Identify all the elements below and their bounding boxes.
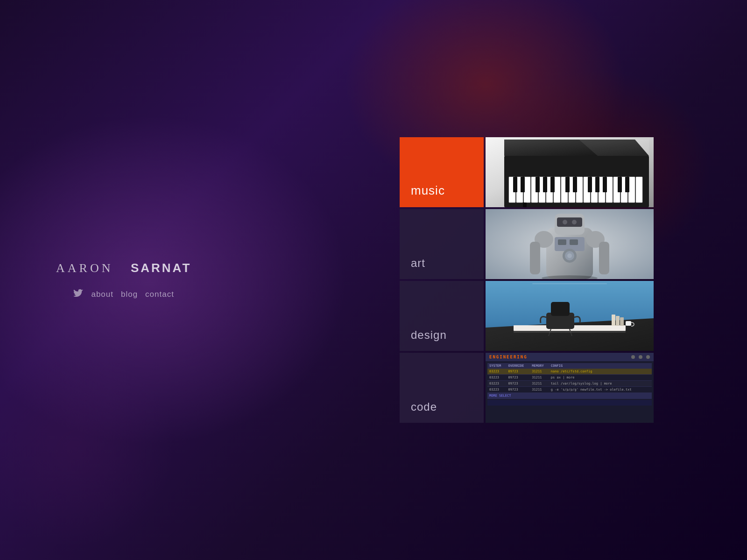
cell: 09723 bbox=[507, 369, 530, 375]
svg-rect-60 bbox=[616, 316, 620, 326]
svg-rect-33 bbox=[523, 203, 527, 207]
cell: 09723 bbox=[507, 375, 530, 381]
svg-point-50 bbox=[567, 253, 572, 258]
svg-rect-27 bbox=[573, 177, 577, 192]
music-label-cell[interactable]: music bbox=[400, 137, 484, 207]
svg-rect-32 bbox=[625, 177, 629, 192]
cell: 03223 bbox=[487, 369, 507, 375]
cell: 03223 bbox=[487, 375, 507, 381]
svg-rect-61 bbox=[620, 317, 624, 326]
svg-point-41 bbox=[563, 220, 567, 224]
robot-image bbox=[486, 209, 654, 279]
cell: nano /etc/fstd.config bbox=[549, 369, 652, 375]
music-label: music bbox=[411, 183, 445, 198]
svg-rect-5 bbox=[524, 177, 530, 203]
cell: 31211 bbox=[530, 381, 549, 387]
twitter-icon[interactable] bbox=[73, 289, 84, 300]
art-label: art bbox=[411, 257, 425, 270]
cell: tail /var/log/syslog.log | more bbox=[549, 381, 652, 387]
page-content: AARON SARNAT about blog contact music bbox=[0, 0, 747, 560]
terminal-header: ENGINEERING bbox=[486, 353, 654, 361]
terminal-dot-1 bbox=[631, 355, 635, 359]
code-label: code bbox=[411, 400, 437, 413]
table-row: 03223 09723 31211 ps ax | more bbox=[487, 375, 652, 381]
col-header-memory: MEMORY bbox=[530, 363, 549, 369]
svg-rect-40 bbox=[557, 217, 582, 227]
terminal-table-header: SYSTEM OVERRIDE MEMORY CONFIG bbox=[487, 363, 652, 369]
site-title: AARON SARNAT bbox=[56, 261, 191, 275]
svg-rect-9 bbox=[554, 177, 560, 203]
svg-rect-62 bbox=[626, 321, 631, 326]
cell: ps ax | more bbox=[549, 375, 652, 381]
terminal-footer bbox=[487, 400, 652, 406]
svg-rect-63 bbox=[514, 331, 626, 333]
table-row: 03223 09723 31211 nano /etc/fstd.config bbox=[487, 369, 652, 375]
table-row: 03223 09723 31211 g -e 's/p/p/g' newfile… bbox=[487, 387, 652, 393]
sidebar: AARON SARNAT about blog contact bbox=[56, 261, 191, 300]
terminal-dot-2 bbox=[639, 355, 642, 359]
svg-rect-30 bbox=[603, 177, 607, 192]
select-more-label[interactable]: MORE SELECT bbox=[487, 393, 652, 399]
svg-rect-29 bbox=[595, 177, 599, 192]
svg-rect-59 bbox=[612, 315, 615, 326]
svg-rect-46 bbox=[558, 239, 566, 245]
svg-rect-64 bbox=[532, 283, 607, 284]
code-image-cell[interactable]: ENGINEERING SYSTEM OVERRIDE MEMORY CONFI… bbox=[486, 353, 654, 423]
blog-link[interactable]: blog bbox=[121, 290, 138, 299]
terminal-table: SYSTEM OVERRIDE MEMORY CONFIG 03223 0972… bbox=[487, 363, 652, 399]
svg-rect-44 bbox=[599, 242, 609, 274]
about-link[interactable]: about bbox=[91, 290, 113, 299]
svg-rect-28 bbox=[588, 177, 592, 192]
terminal-body: SYSTEM OVERRIDE MEMORY CONFIG 03223 0972… bbox=[486, 361, 654, 407]
svg-point-42 bbox=[572, 220, 577, 224]
cell: 31211 bbox=[530, 387, 549, 393]
nav-links: about blog contact bbox=[73, 289, 174, 300]
col-header-override: OVERRIDE bbox=[507, 363, 530, 369]
art-image-cell[interactable] bbox=[486, 209, 654, 279]
code-label-cell[interactable]: code bbox=[400, 353, 484, 423]
svg-rect-24 bbox=[543, 177, 547, 192]
design-label: design bbox=[411, 329, 447, 342]
svg-rect-19 bbox=[628, 177, 635, 203]
svg-rect-31 bbox=[618, 177, 622, 192]
svg-rect-22 bbox=[521, 177, 525, 192]
cell: 09723 bbox=[507, 387, 530, 393]
svg-rect-47 bbox=[570, 239, 578, 245]
cell: 31211 bbox=[530, 375, 549, 381]
col-header-system: SYSTEM bbox=[487, 363, 507, 369]
portfolio-grid: music bbox=[400, 137, 654, 423]
first-name: AARON bbox=[56, 261, 113, 275]
svg-rect-43 bbox=[530, 242, 540, 274]
design-image-cell[interactable] bbox=[486, 281, 654, 351]
cell: 31211 bbox=[530, 369, 549, 375]
svg-rect-23 bbox=[536, 177, 540, 192]
cell: 03223 bbox=[487, 381, 507, 387]
svg-rect-21 bbox=[513, 177, 517, 192]
terminal-dot-3 bbox=[646, 355, 650, 359]
svg-rect-16 bbox=[606, 177, 613, 203]
svg-rect-20 bbox=[636, 177, 642, 203]
cell: g -e 's/p/p/g' newfile.txt -> olefile.tx… bbox=[549, 387, 652, 393]
art-label-cell[interactable]: art bbox=[400, 209, 484, 279]
cell: 09723 bbox=[507, 381, 530, 387]
table-row: 03223 09723 31211 tail /var/log/syslog.l… bbox=[487, 381, 652, 387]
terminal-title: ENGINEERING bbox=[489, 355, 528, 359]
svg-rect-12 bbox=[576, 177, 583, 203]
svg-rect-56 bbox=[551, 302, 570, 316]
music-image-cell[interactable] bbox=[486, 137, 654, 207]
piano-image bbox=[486, 137, 654, 207]
last-name: SARNAT bbox=[131, 261, 191, 275]
design-image bbox=[486, 281, 654, 351]
col-header-config: CONFIG bbox=[549, 363, 652, 369]
svg-rect-25 bbox=[550, 177, 555, 192]
table-row-select[interactable]: MORE SELECT bbox=[487, 393, 652, 399]
svg-rect-26 bbox=[565, 177, 570, 192]
design-label-cell[interactable]: design bbox=[400, 281, 484, 351]
contact-link[interactable]: contact bbox=[145, 290, 174, 299]
cell: 03223 bbox=[487, 387, 507, 393]
